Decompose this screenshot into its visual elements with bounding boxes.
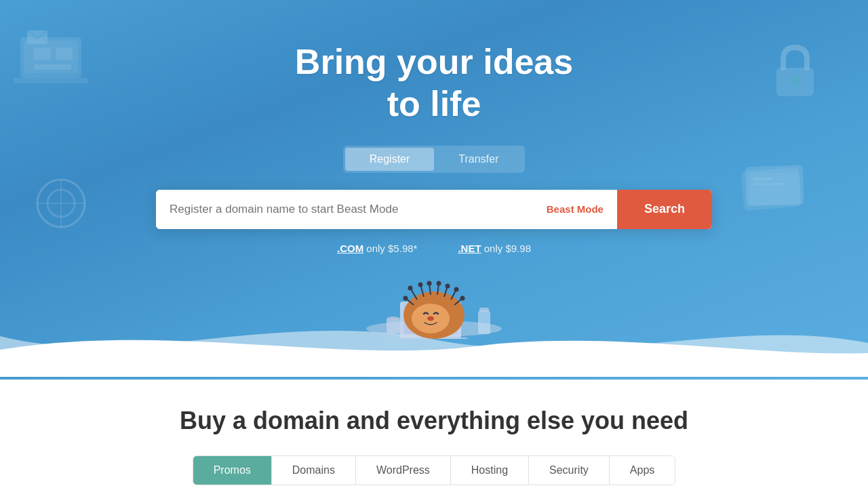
- mascot-hedgehog: [346, 251, 522, 339]
- svg-rect-18: [753, 183, 787, 185]
- tab-security[interactable]: Security: [529, 456, 610, 485]
- hero-title-line2: to life: [387, 84, 481, 123]
- hero-content: Bring your ideas to life Register Transf…: [156, 41, 712, 254]
- deco-card-right-icon: [739, 163, 814, 217]
- svg-point-41: [404, 297, 408, 300]
- tab-domains[interactable]: Domains: [272, 456, 356, 485]
- deco-bowtie-icon: [34, 176, 88, 230]
- svg-point-43: [427, 317, 434, 321]
- svg-rect-44: [478, 310, 490, 334]
- svg-rect-2: [14, 78, 88, 83]
- svg-point-36: [428, 282, 431, 285]
- domain-search-input[interactable]: [156, 190, 533, 229]
- register-transfer-toggle: Register Transfer: [343, 146, 526, 173]
- search-button[interactable]: Search: [617, 190, 712, 229]
- search-bar: Beast Mode Search: [156, 190, 712, 229]
- svg-rect-23: [387, 319, 400, 333]
- register-tab[interactable]: Register: [345, 148, 435, 171]
- svg-point-39: [455, 288, 458, 291]
- svg-point-24: [387, 317, 400, 321]
- svg-rect-5: [34, 64, 71, 70]
- svg-point-37: [437, 282, 441, 285]
- svg-point-35: [419, 283, 422, 287]
- svg-rect-4: [56, 47, 73, 60]
- category-tabs: Promos Domains WordPress Hosting Securit…: [193, 455, 676, 485]
- svg-point-34: [409, 287, 412, 290]
- svg-rect-17: [753, 178, 773, 180]
- svg-rect-3: [34, 47, 51, 60]
- tab-hosting[interactable]: Hosting: [451, 456, 529, 485]
- svg-rect-9: [793, 80, 797, 87]
- hero-title: Bring your ideas to life: [295, 41, 573, 125]
- svg-point-38: [446, 285, 450, 288]
- hero-section: Bring your ideas to life Register Transf…: [0, 0, 868, 380]
- hero-title-line1: Bring your ideas: [295, 42, 573, 81]
- beast-mode-button[interactable]: Beast Mode: [533, 190, 617, 229]
- deco-laptop-icon: [14, 27, 102, 95]
- transfer-tab[interactable]: Transfer: [434, 148, 523, 171]
- tab-promos[interactable]: Promos: [193, 456, 272, 485]
- bottom-section: Buy a domain and everything else you nee…: [0, 380, 868, 490]
- tab-apps[interactable]: Apps: [610, 456, 675, 485]
- bottom-title: Buy a domain and everything else you nee…: [180, 407, 688, 435]
- svg-point-40: [461, 297, 465, 300]
- tab-wordpress[interactable]: WordPress: [356, 456, 451, 485]
- deco-lock-icon: [766, 41, 827, 102]
- svg-rect-45: [479, 308, 489, 312]
